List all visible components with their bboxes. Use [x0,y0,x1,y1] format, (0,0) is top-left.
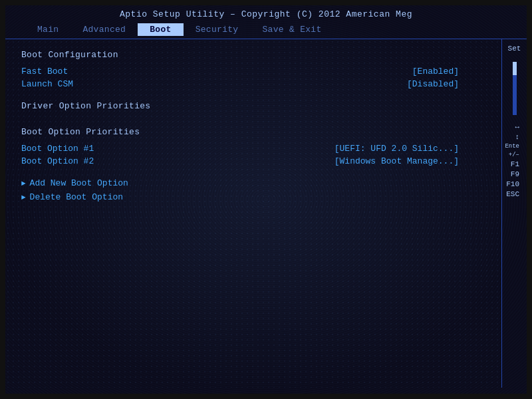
delete-boot-option[interactable]: ► Delete Boot Option [21,192,485,202]
key-sym-updown: ↕ [505,133,519,141]
key-sym-arrows: ↔ [505,123,519,131]
main-area: Boot Configuration Fast Boot [Enabled] L… [5,39,527,388]
keys-section: ↔ ↕ Ente +/– F1 F9 F10 [505,123,524,200]
key-row-enter: Ente [505,143,524,150]
fast-boot-row[interactable]: Fast Boot [Enabled] [21,66,485,76]
key-row-f9: F9 [505,170,524,178]
key-sym-esc: ESC [505,190,519,198]
title-bar: Aptio Setup Utility – Copyright (C) 2012… [5,5,527,22]
add-new-boot-option[interactable]: ► Add New Boot Option [21,178,485,188]
scroll-bar[interactable] [513,62,517,115]
key-row-f1: F1 [505,160,524,168]
driver-priorities-title: Driver Option Priorities [21,101,485,111]
boot-config-title: Boot Configuration [21,50,485,60]
key-row-f10: F10 [505,180,524,188]
arrow-right-icon-add: ► [21,180,26,188]
menu-item-security[interactable]: Security [184,23,251,36]
key-row-select: ↔ [505,123,524,131]
delete-boot-label: Delete Boot Option [30,192,123,202]
boot-option1-label: Boot Option #1 [21,144,94,154]
boot-option2-label: Boot Option #2 [21,156,94,166]
scroll-thumb [513,62,517,75]
boot-priorities-title: Boot Option Priorities [21,127,485,137]
key-sym-plusminus: +/– [505,152,519,158]
menu-item-advanced[interactable]: Advanced [70,23,138,36]
menu-item-boot[interactable]: Boot [138,23,183,36]
key-sym-f1: F1 [505,160,519,168]
key-sym-f9: F9 [505,170,519,178]
sidebar-title: Set [505,45,524,53]
content-panel: Boot Configuration Fast Boot [Enabled] L… [5,39,501,388]
menu-bar: Main Advanced Boot Security Save & Exit [5,22,527,39]
fast-boot-value: [Enabled] [412,66,459,76]
boot-option1-value: [UEFI: UFD 2.0 Silic...] [334,144,459,154]
add-new-boot-label: Add New Boot Option [30,178,128,188]
launch-csm-row[interactable]: Launch CSM [Disabled] [21,79,485,89]
key-sym-f10: F10 [505,180,519,188]
fast-boot-label: Fast Boot [21,66,68,76]
arrow-right-icon-delete: ► [21,194,26,201]
launch-csm-value: [Disabled] [407,79,459,89]
boot-option2-value: [Windows Boot Manage...] [334,156,459,166]
boot-option2-row[interactable]: Boot Option #2 [Windows Boot Manage...] [21,156,485,166]
menu-item-save-exit[interactable]: Save & Exit [250,23,333,36]
launch-csm-label: Launch CSM [21,79,73,89]
menu-item-main[interactable]: Main [25,23,70,36]
key-row-change: +/– [505,152,524,158]
boot-option1-row[interactable]: Boot Option #1 [UEFI: UFD 2.0 Silic...] [21,144,485,154]
key-row-esc: ESC [505,190,524,198]
sidebar: Set ↔ ↕ Ente +/– F1 [501,39,527,388]
key-row-navigate: ↕ [505,133,524,141]
key-sym-enter: Ente [505,143,519,150]
